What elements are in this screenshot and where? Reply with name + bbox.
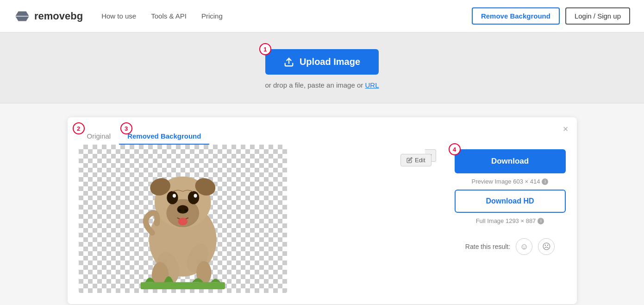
svg-point-13 bbox=[173, 194, 176, 197]
nav-how-to-use[interactable]: How to use bbox=[101, 12, 136, 20]
nav-links: How to use Tools & API Pricing bbox=[101, 12, 472, 20]
download-hd-button[interactable]: Download HD bbox=[455, 190, 566, 213]
close-button[interactable]: × bbox=[563, 124, 569, 134]
url-link[interactable]: URL bbox=[365, 81, 379, 89]
svg-point-12 bbox=[188, 191, 199, 204]
svg-point-16 bbox=[178, 209, 181, 211]
nav-pricing[interactable]: Pricing bbox=[201, 12, 223, 20]
upload-icon bbox=[284, 57, 294, 67]
step-badge-4: 4 bbox=[449, 143, 461, 155]
svg-point-11 bbox=[167, 191, 178, 204]
image-preview bbox=[79, 145, 287, 293]
upload-section: 1 Upload Image or drop a file, paste an … bbox=[0, 32, 644, 103]
logo-icon bbox=[14, 10, 31, 22]
svg-point-14 bbox=[194, 194, 197, 197]
pug-image bbox=[122, 148, 244, 289]
edit-button-area: Edit ▾ bbox=[425, 149, 436, 162]
sidebar: 4 Download Preview Image 603 × 414 i Dow… bbox=[455, 145, 566, 255]
upload-hint: or drop a file, paste an image or URL bbox=[265, 81, 379, 89]
rating-row: Rate this result: ☺ ☹ bbox=[455, 238, 566, 255]
step-badge-2: 2 bbox=[73, 122, 85, 134]
main-content: × 2 3 Original Removed Background bbox=[0, 103, 644, 305]
nav-actions: Remove Background Login / Sign up bbox=[472, 7, 630, 25]
tab-original[interactable]: Original bbox=[79, 128, 119, 145]
preview-info-icon[interactable]: i bbox=[542, 178, 548, 185]
preview-info: Preview Image 603 × 414 i bbox=[455, 178, 566, 185]
svg-point-18 bbox=[178, 218, 187, 225]
nav-tools-api[interactable]: Tools & API bbox=[151, 12, 187, 20]
rating-happy-button[interactable]: ☺ bbox=[516, 238, 532, 255]
image-panel: Edit ▾ bbox=[79, 145, 441, 293]
full-info-icon[interactable]: i bbox=[538, 218, 544, 224]
edit-button[interactable]: Edit bbox=[400, 154, 431, 166]
svg-point-17 bbox=[184, 209, 188, 211]
svg-rect-21 bbox=[140, 282, 225, 289]
full-info: Full Image 1293 × 887 i bbox=[455, 217, 566, 224]
tabs-wrapper: 2 3 Original Removed Background bbox=[79, 128, 210, 145]
login-signup-button[interactable]: Login / Sign up bbox=[565, 7, 630, 25]
step-badge-1: 1 bbox=[259, 43, 271, 55]
result-body: Edit ▾ 4 Download Preview Image 603 × 41… bbox=[79, 145, 566, 293]
rating-label: Rate this result: bbox=[465, 243, 510, 250]
step-badge-3: 3 bbox=[120, 122, 132, 134]
navbar: removebg How to use Tools & API Pricing … bbox=[0, 0, 644, 32]
upload-image-button[interactable]: Upload Image bbox=[265, 49, 379, 75]
download-button[interactable]: Download bbox=[455, 149, 566, 173]
pencil-icon bbox=[406, 157, 413, 163]
rating-sad-button[interactable]: ☹ bbox=[538, 238, 555, 255]
remove-background-button[interactable]: Remove Background bbox=[472, 7, 560, 25]
logo: removebg bbox=[14, 10, 83, 22]
tab-removed-background[interactable]: Removed Background bbox=[119, 128, 209, 145]
result-card: × 2 3 Original Removed Background bbox=[68, 117, 577, 304]
logo-text: removebg bbox=[34, 10, 83, 22]
